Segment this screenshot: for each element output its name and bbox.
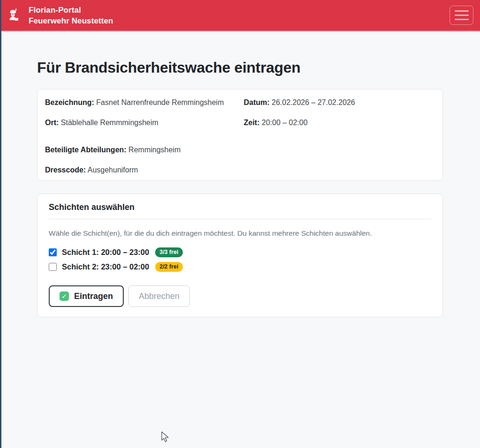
details-left-column: Bezeichnung: Fasnet Narrenfreunde Remmin… (45, 97, 236, 138)
field-dresscode: Dresscode: Ausgehuniform (45, 165, 435, 175)
field-abteilungen-value: Remmingsheim (128, 146, 180, 154)
mouse-cursor-icon (161, 431, 170, 444)
cancel-button[interactable]: Abbrechen (128, 285, 190, 307)
field-bezeichnung-value: Fasnet Narrenfreunde Remmingsheim (96, 98, 224, 106)
field-datum: Datum: 26.02.2026 – 27.02.2026 (244, 97, 435, 107)
field-zeit: Zeit: 20:00 – 02:00 (244, 118, 435, 127)
field-zeit-value: 20:00 – 02:00 (262, 119, 308, 127)
window-edge-strip (0, 0, 1, 448)
shift-1-label[interactable]: Schicht 1: 20:00 – 23:00 (62, 248, 149, 257)
submit-button-label: Eintragen (74, 291, 113, 301)
form-actions: ✓ Eintragen Abbrechen (49, 285, 431, 307)
shift-selection-card: Schichten auswählen Wähle die Schicht(en… (37, 194, 443, 317)
field-bezeichnung-label: Bezeichnung: (45, 98, 94, 106)
shift-2-label[interactable]: Schicht 2: 23:00 – 02:00 (62, 262, 149, 271)
shift-1-availability-badge: 3/3 frei (155, 247, 182, 257)
page-title: Für Brandsicherheitswache eintragen (37, 59, 443, 76)
details-grid: Bezeichnung: Fasnet Narrenfreunde Remmin… (45, 97, 435, 138)
field-ort: Ort: Stäblehalle Remmmingsheim (45, 118, 236, 127)
divider (49, 219, 431, 219)
florian-logo-icon (7, 8, 20, 23)
check-mark-icon: ✓ (60, 291, 69, 301)
brand[interactable]: Florian-Portal Feuerwehr Neustetten (7, 5, 113, 26)
navbar-toggler-button[interactable] (450, 6, 473, 25)
shift-row-2: Schicht 2: 23:00 – 02:00 2/2 frei (49, 262, 431, 272)
field-abteilungen-label: Beteiligte Abteilungen: (45, 146, 127, 154)
field-zeit-label: Zeit: (244, 119, 260, 127)
field-abteilungen: Beteiligte Abteilungen: Remmingsheim (45, 145, 435, 155)
details-right-column: Datum: 26.02.2026 – 27.02.2026 Zeit: 20:… (244, 97, 435, 138)
shift-row-1: Schicht 1: 20:00 – 23:00 3/3 frei (49, 247, 431, 257)
brand-subtitle: Feuerwehr Neustetten (29, 15, 113, 26)
brand-text: Florian-Portal Feuerwehr Neustetten (29, 5, 113, 26)
field-bezeichnung: Bezeichnung: Fasnet Narrenfreunde Remmin… (45, 97, 236, 107)
field-datum-value: 26.02.2026 – 27.02.2026 (272, 98, 355, 106)
event-details-card: Bezeichnung: Fasnet Narrenfreunde Remmin… (37, 89, 443, 181)
shift-2-availability-badge: 2/2 frei (155, 262, 182, 272)
app-header: Florian-Portal Feuerwehr Neustetten (0, 0, 480, 31)
brand-title: Florian-Portal (29, 5, 113, 15)
field-dresscode-value: Ausgehuniform (88, 166, 138, 174)
shifts-description: Wähle die Schicht(en), für die du dich e… (49, 229, 431, 238)
details-full-width-group: Beteiligte Abteilungen: Remmingsheim Dre… (45, 145, 435, 175)
field-ort-label: Ort: (45, 119, 59, 127)
shift-2-checkbox[interactable] (49, 263, 57, 271)
field-dresscode-label: Dresscode: (45, 166, 86, 174)
submit-button[interactable]: ✓ Eintragen (49, 285, 124, 307)
shift-1-checkbox[interactable] (49, 248, 57, 256)
field-ort-value: Stäblehalle Remmmingsheim (61, 119, 158, 127)
shifts-card-title: Schichten auswählen (49, 202, 431, 212)
main-content: Für Brandsicherheitswache eintragen Beze… (37, 59, 443, 317)
field-datum-label: Datum: (244, 98, 270, 106)
